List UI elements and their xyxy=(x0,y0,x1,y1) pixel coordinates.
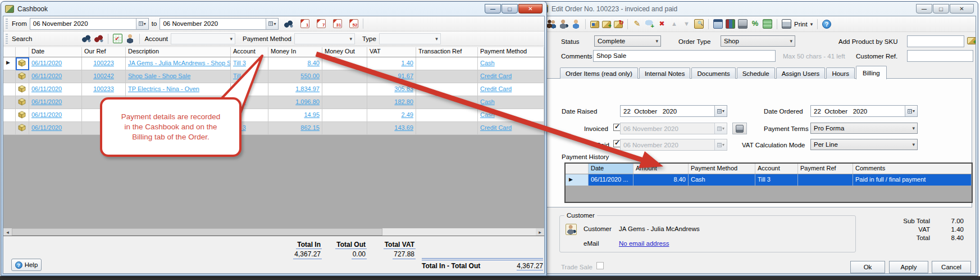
date-cell[interactable]: 06/11/2020 xyxy=(29,70,82,83)
date-cell[interactable]: 06/11/2020 xyxy=(29,96,82,109)
vat-cell[interactable]: 91.67 xyxy=(367,70,416,83)
description-cell[interactable]: TP Electrics - Nina - Oven xyxy=(126,83,231,96)
column-header[interactable]: Money Out xyxy=(322,47,367,57)
money-out-cell[interactable] xyxy=(322,109,367,122)
transaction-ref-cell[interactable] xyxy=(416,57,478,70)
export-icon[interactable] xyxy=(113,34,122,43)
transaction-icon[interactable] xyxy=(16,96,29,109)
order-type-select[interactable]: Shop xyxy=(721,35,795,47)
payment-amount-cell[interactable]: 8.40 xyxy=(633,174,689,186)
our-ref-cell[interactable]: 100223 xyxy=(82,57,126,70)
column-header[interactable]: Our Ref xyxy=(82,47,126,57)
payment-method-cell[interactable]: Credit Card xyxy=(478,122,544,135)
print-button[interactable]: Print xyxy=(794,21,808,28)
payment-method-cell[interactable]: Cash xyxy=(478,109,544,122)
help-button[interactable]: Help xyxy=(11,259,42,271)
calendar-preset-icon[interactable]: 52 xyxy=(349,19,358,28)
payment-method-filter-select[interactable] xyxy=(294,33,355,44)
date-cell[interactable]: 06/11/2020 xyxy=(29,57,82,70)
column-header[interactable]: VAT xyxy=(367,47,416,57)
table-row[interactable]: 06/11/2020 14.95 2.49 Cash xyxy=(3,109,544,122)
vat-cell[interactable]: 1.40 xyxy=(367,57,416,70)
invoice-view-button[interactable] xyxy=(732,123,747,134)
payment-ref-cell[interactable] xyxy=(798,174,853,186)
money-in-cell[interactable]: 550.00 xyxy=(268,70,322,83)
status-select[interactable]: Complete xyxy=(594,35,661,47)
date-cell[interactable]: 06/11/2020 xyxy=(29,83,82,96)
our-ref-cell[interactable]: 100242 xyxy=(82,70,126,83)
calendar-preset-icon[interactable]: 31 xyxy=(333,19,342,28)
search-dates-icon[interactable] xyxy=(284,19,293,29)
refund-icon[interactable] xyxy=(614,21,623,28)
calendar-preset-icon[interactable]: 7 xyxy=(317,19,326,28)
money-in-cell[interactable]: 862.15 xyxy=(268,122,322,135)
find-icon[interactable] xyxy=(81,34,91,43)
row-selector[interactable] xyxy=(3,83,16,96)
column-header[interactable]: Payment Ref xyxy=(798,164,853,174)
vat-cell[interactable]: 305.83 xyxy=(367,83,416,96)
apply-button[interactable]: Apply xyxy=(889,261,928,273)
column-header[interactable]: Amount xyxy=(633,164,689,174)
money-in-cell[interactable]: 8.40 xyxy=(268,57,322,70)
payment-method-cell[interactable]: Cash xyxy=(689,174,755,186)
table-row[interactable]: 06/11/2020 100242 Shop Sale - Shop Sale … xyxy=(3,70,544,83)
user-icon[interactable] xyxy=(125,34,135,43)
transaction-ref-cell[interactable] xyxy=(416,96,478,109)
money-out-cell[interactable] xyxy=(322,122,367,135)
column-header[interactable]: Payment Method xyxy=(478,47,544,57)
move-down-icon[interactable] xyxy=(682,19,691,29)
payment-method-cell[interactable]: Credit Card xyxy=(478,70,544,83)
row-selector[interactable] xyxy=(3,109,16,122)
tab[interactable]: Documents xyxy=(691,67,735,79)
column-header[interactable]: Transaction Ref xyxy=(416,47,478,57)
money-out-cell[interactable] xyxy=(322,57,367,70)
transaction-ref-cell[interactable] xyxy=(416,83,478,96)
scroll-left-button[interactable]: ◂ xyxy=(3,228,12,236)
from-date-input[interactable]: 06 November 2020 ▾ xyxy=(30,18,149,30)
close-button[interactable] xyxy=(518,4,543,13)
maximize-button[interactable] xyxy=(502,4,518,13)
column-header[interactable]: Account xyxy=(755,164,798,174)
delete-icon[interactable] xyxy=(657,19,667,29)
email-link[interactable]: No email address xyxy=(619,240,669,247)
cash-icon[interactable] xyxy=(763,19,772,29)
payment-terms-select[interactable]: Pro Forma xyxy=(810,123,918,134)
payment-account-cell[interactable]: Till 3 xyxy=(755,174,798,186)
column-header[interactable]: Money In xyxy=(268,47,322,57)
horizontal-scrollbar[interactable]: ◂ ▸ xyxy=(3,228,544,236)
customer-search-icon[interactable] xyxy=(559,19,568,29)
date-cell[interactable]: 06/11/2020 xyxy=(29,109,82,122)
till-icon[interactable] xyxy=(738,19,747,29)
transaction-icon[interactable] xyxy=(16,70,29,83)
transaction-icon[interactable] xyxy=(16,83,29,96)
column-header[interactable]: Account xyxy=(231,47,268,57)
description-cell[interactable]: Shop Sale - Shop Sale xyxy=(126,70,231,83)
search-input[interactable] xyxy=(35,33,79,44)
find-clear-icon[interactable] xyxy=(94,34,103,43)
column-header[interactable]: Payment Method xyxy=(689,164,755,174)
transaction-icon[interactable] xyxy=(16,122,29,135)
column-header[interactable]: Description xyxy=(126,47,231,57)
column-header[interactable]: Date xyxy=(589,164,633,174)
table-row[interactable]: 06/11/2020 100233 TP Electrics - Nina - … xyxy=(3,83,544,96)
money-in-cell[interactable]: 1,834.97 xyxy=(268,83,322,96)
reports-icon[interactable] xyxy=(726,19,735,29)
add-sku-input[interactable] xyxy=(907,35,964,47)
tab[interactable]: Billing xyxy=(856,66,887,79)
add-sku-button[interactable] xyxy=(967,37,976,44)
maximize-button[interactable] xyxy=(933,4,949,13)
print-dropdown-arrow[interactable]: ▾ xyxy=(810,21,813,27)
tab[interactable]: Schedule xyxy=(737,67,775,79)
payment-comments-cell[interactable]: Paid in full / final payment xyxy=(853,174,972,186)
table-row[interactable]: 06/11/2020 Till 3 862.15 143.69 Credit C… xyxy=(3,122,544,135)
money-in-cell[interactable]: 1,096.80 xyxy=(268,96,322,109)
date-cell[interactable]: 06/11/2020 xyxy=(29,122,82,135)
row-selector[interactable] xyxy=(566,174,589,186)
our-ref-cell[interactable]: 100233 xyxy=(82,83,126,96)
calculator-icon[interactable] xyxy=(713,19,723,29)
audit-icon[interactable] xyxy=(694,19,704,29)
payment-history-row[interactable]: 06/11/2020 ... 8.40 Cash Till 3 Paid in … xyxy=(566,174,972,186)
vat-icon[interactable] xyxy=(750,19,760,29)
add-product-icon[interactable] xyxy=(602,21,611,28)
transaction-icon[interactable] xyxy=(16,109,29,122)
